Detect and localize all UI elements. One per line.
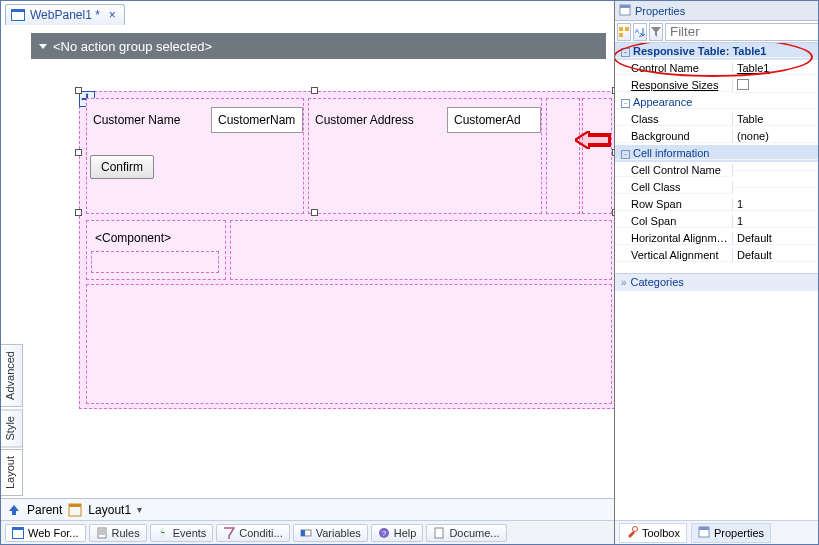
tab-properties-label: Properties (714, 527, 764, 539)
sel-handle[interactable] (612, 209, 614, 216)
component-inner[interactable] (91, 251, 219, 273)
conditions-icon (223, 527, 235, 539)
prop-key: Cell Class (615, 181, 733, 194)
editor-tab[interactable]: WebPanel1 * × (5, 4, 125, 25)
sel-handle[interactable] (311, 87, 318, 94)
vtab-advanced[interactable]: Advanced (1, 344, 23, 407)
vtab-layout[interactable]: Layout (1, 449, 23, 496)
properties-filter[interactable] (665, 23, 819, 41)
svg-rect-7 (13, 530, 23, 538)
responsive-table[interactable]: Customer Name CustomerNam Confirm Custom… (79, 91, 614, 409)
cell-row3[interactable] (86, 284, 612, 404)
breadcrumb-parent[interactable]: Parent (27, 503, 62, 517)
cell-row2-right[interactable] (230, 220, 612, 280)
prop-row-vertical-alignment[interactable]: Vertical AlignmentDefault (615, 247, 818, 264)
prop-key: Control Name (615, 62, 733, 75)
prop-val[interactable]: 1 (733, 198, 818, 211)
webform-icon (12, 527, 24, 539)
filter-funnel-icon[interactable] (649, 23, 663, 41)
tab-events[interactable]: Events (150, 524, 214, 542)
close-icon[interactable]: × (109, 8, 116, 22)
prop-row-row-span[interactable]: Row Span1 (615, 196, 818, 213)
sel-handle[interactable] (75, 149, 82, 156)
field-customer-address[interactable]: CustomerAd (447, 107, 541, 133)
cell-spacer-right[interactable] (546, 98, 580, 214)
arrow-annotation-icon (575, 131, 611, 149)
prop-row-background[interactable]: Background(none) (615, 128, 818, 145)
sel-handle[interactable] (311, 209, 318, 216)
doc-icon (433, 527, 445, 539)
prop-val[interactable]: Table1 (733, 62, 818, 75)
sort-categorized-icon[interactable] (617, 23, 631, 41)
svg-rect-13 (301, 530, 305, 536)
tab-properties[interactable]: Properties (691, 523, 771, 543)
tab-webform[interactable]: Web For... (5, 524, 86, 542)
svg-rect-18 (620, 5, 630, 8)
collapse-icon[interactable]: - (621, 150, 630, 159)
properties-header-label: Properties (635, 5, 685, 17)
tab-rules[interactable]: Rules (89, 524, 147, 542)
sel-handle[interactable] (612, 87, 614, 94)
prop-row-horizontal-alignment[interactable]: Horizontal AlignmentDefault (615, 230, 818, 247)
tab-rules-label: Rules (112, 527, 140, 539)
editor-tabstrip: WebPanel1 * × (1, 1, 614, 25)
layout-icon (68, 503, 82, 517)
prop-key: Row Span (615, 198, 733, 211)
component-placeholder: <Component> (89, 225, 177, 251)
sel-handle[interactable] (612, 149, 614, 156)
categories-collapser[interactable]: »Categories (615, 273, 818, 291)
breadcrumb-chevron-icon[interactable]: ▾ (137, 504, 142, 515)
prop-row-cell-class[interactable]: Cell Class (615, 179, 818, 196)
prop-val[interactable]: Default (733, 249, 818, 262)
designer-canvas[interactable]: <No action group selected> Customer Name… (23, 25, 614, 498)
prop-row-responsive-sizes[interactable]: Responsive Sizes (615, 77, 818, 94)
prop-category-label: Cell information (633, 147, 709, 159)
svg-rect-16 (435, 528, 443, 538)
prop-key: Vertical Alignment (615, 249, 733, 262)
cell-customer-name[interactable]: Customer Name CustomerNam Confirm (86, 98, 304, 214)
sel-handle[interactable] (75, 87, 82, 94)
editor-tab-label: WebPanel1 * (30, 8, 100, 22)
tab-documentation[interactable]: Docume... (426, 524, 506, 542)
confirm-button[interactable]: Confirm (90, 155, 154, 179)
tab-help[interactable]: ?Help (371, 524, 424, 542)
breadcrumb-layout[interactable]: Layout1 (88, 503, 131, 517)
action-group-bar[interactable]: <No action group selected> (31, 33, 606, 59)
tab-variables[interactable]: Variables (293, 524, 368, 542)
properties-grid[interactable]: -Responsive Table: Table1 Control NameTa… (615, 43, 818, 273)
collapse-icon[interactable]: - (621, 48, 630, 57)
vtab-style[interactable]: Style (1, 409, 23, 447)
prop-row-class[interactable]: ClassTable (615, 111, 818, 128)
tab-toolbox[interactable]: Toolbox (619, 523, 687, 543)
prop-row-col-span[interactable]: Col Span1 (615, 213, 818, 230)
table-selection[interactable]: Customer Name CustomerNam Confirm Custom… (79, 91, 614, 409)
sel-handle[interactable] (75, 209, 82, 216)
prop-val[interactable]: (none) (733, 130, 818, 143)
prop-category-top[interactable]: -Responsive Table: Table1 (615, 43, 818, 60)
field-customer-name[interactable]: CustomerNam (211, 107, 303, 133)
sort-alpha-icon[interactable]: AZ (633, 23, 647, 41)
cell-spacer-right2[interactable] (582, 98, 612, 214)
prop-category-appearance[interactable]: -Appearance (615, 94, 818, 111)
prop-row-control-name[interactable]: Control NameTable1 (615, 60, 818, 77)
collapse-icon[interactable]: - (621, 99, 630, 108)
prop-row-cell-control-name[interactable]: Cell Control Name (615, 162, 818, 179)
prop-category-cellinfo[interactable]: -Cell information (615, 145, 818, 162)
tab-conditions-label: Conditi... (239, 527, 282, 539)
tab-conditions[interactable]: Conditi... (216, 524, 289, 542)
prop-key: Responsive Sizes (615, 79, 733, 92)
prop-val[interactable] (733, 187, 818, 188)
prop-val[interactable] (733, 170, 818, 171)
webpanel-icon (11, 9, 25, 21)
prop-key: Cell Control Name (615, 164, 733, 177)
prop-val[interactable]: 1 (733, 215, 818, 228)
svg-point-24 (633, 526, 638, 531)
right-bottom-tabs: Toolbox Properties (615, 520, 818, 544)
prop-val[interactable] (733, 79, 818, 93)
cell-customer-address[interactable]: Customer Address CustomerAd (308, 98, 542, 214)
bottom-tabs: Web For... Rules Events Conditi... Varia… (1, 520, 614, 544)
label-customer-name: Customer Name (87, 107, 186, 133)
prop-val[interactable]: Table (733, 113, 818, 126)
cell-component[interactable]: <Component> (86, 220, 226, 280)
prop-val[interactable]: Default (733, 232, 818, 245)
